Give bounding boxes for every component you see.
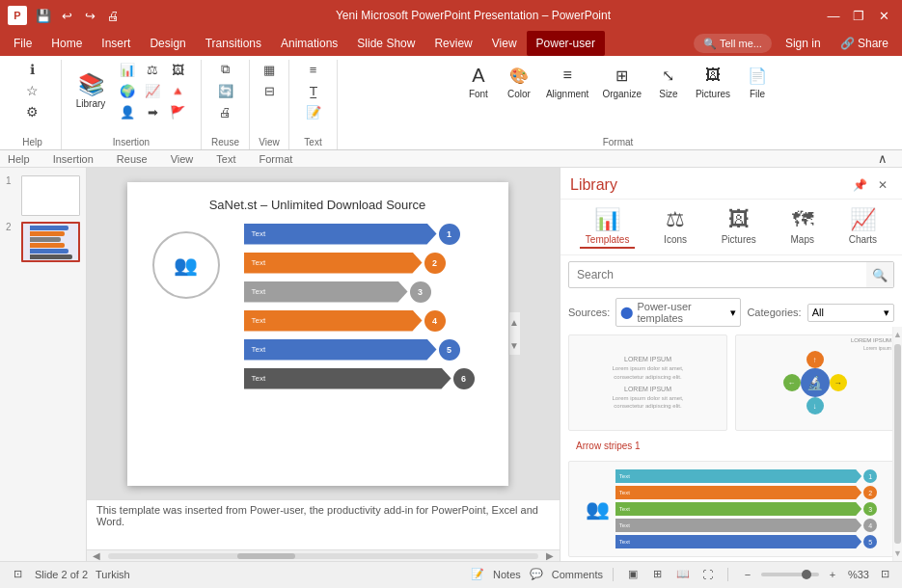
fit-slide-btn[interactable]: ⊡ xyxy=(875,565,894,584)
tab-pictures[interactable]: 🖼 Pictures xyxy=(716,205,762,249)
library-panel: Library 📌 ✕ 📊 Templates ⚖ Icons 🖼 Pictur… xyxy=(560,168,902,561)
help-item-text[interactable]: Text xyxy=(216,153,235,165)
view-btn2[interactable]: ⊟ xyxy=(258,81,281,100)
globe-btn[interactable]: 🌍 xyxy=(116,81,139,100)
menu-view[interactable]: View xyxy=(482,31,527,56)
menu-design[interactable]: Design xyxy=(140,31,195,56)
view-grid-btn[interactable]: ⊞ xyxy=(648,565,668,584)
slide-thumb-1[interactable]: 1 xyxy=(6,175,80,216)
help-item-reuse[interactable]: Reuse xyxy=(117,153,148,165)
lib-scroll-down[interactable]: ▼ xyxy=(893,546,902,561)
horizontal-scrollbar[interactable]: ◀ ▶ xyxy=(87,549,560,561)
zoom-slider[interactable] xyxy=(761,573,819,576)
slide-canvas[interactable]: SaNet.st – Unlimited Download Source 👥 T… xyxy=(127,182,508,486)
scale-btn[interactable]: ⚖ xyxy=(141,60,164,79)
scroll-right-btn[interactable]: ▶ xyxy=(540,550,560,561)
text-btn2[interactable]: T̲ xyxy=(302,81,325,100)
zoom-control[interactable]: − + xyxy=(738,565,842,584)
alignment-button[interactable]: ≡ Alignment xyxy=(542,60,592,102)
view-slideshow-btn[interactable]: ⛶ xyxy=(698,565,718,584)
canvas-scrollbar[interactable]: ▲ ▼ xyxy=(508,312,520,355)
redo-button[interactable]: ↪ xyxy=(79,5,100,26)
zoom-in-btn[interactable]: + xyxy=(823,565,842,584)
help-item-view[interactable]: View xyxy=(171,153,194,165)
lib-card-3[interactable]: 👥 Text 1 Text 2 Text 3 xyxy=(568,461,894,557)
tab-templates[interactable]: 📊 Templates xyxy=(580,205,636,249)
pictures-button[interactable]: 🖼 Pictures xyxy=(692,60,734,102)
tab-icons[interactable]: ⚖ Icons xyxy=(658,205,693,249)
chart-btn[interactable]: 📊 xyxy=(116,60,139,79)
lib-card-1[interactable]: LOREM IPSUM Lorem ipsum dolor sit amet,c… xyxy=(568,334,727,431)
minimize-button[interactable]: — xyxy=(823,5,844,26)
menu-transitions[interactable]: Transitions xyxy=(196,31,271,56)
person-btn[interactable]: 👤 xyxy=(116,102,139,121)
menu-slideshow[interactable]: Slide Show xyxy=(347,31,424,56)
menu-animations[interactable]: Animations xyxy=(271,31,347,56)
undo-button[interactable]: ↩ xyxy=(56,5,77,26)
library-close-btn[interactable]: ✕ xyxy=(873,175,892,195)
arrow-right-btn[interactable]: ➡ xyxy=(141,102,164,121)
reuse-btn3[interactable]: 🖨 xyxy=(214,102,237,121)
tab-maps[interactable]: 🗺 Maps xyxy=(785,205,820,249)
view-normal-btn[interactable]: ▣ xyxy=(623,565,642,584)
view-btn1[interactable]: ▦ xyxy=(258,60,281,79)
library-pin-btn[interactable]: 📌 xyxy=(850,175,869,195)
menu-tellme[interactable]: 🔍 Tell me... xyxy=(694,34,772,53)
library-button[interactable]: 📚 Library xyxy=(69,69,112,112)
text-btn3[interactable]: 📝 xyxy=(302,102,325,121)
save-button[interactable]: 💾 xyxy=(33,5,54,26)
scroll-up-btn[interactable]: ▲ xyxy=(509,312,520,332)
notes-btn[interactable]: 📝 xyxy=(468,565,487,584)
help-settings-btn[interactable]: ⚙ xyxy=(21,102,44,121)
menu-insert[interactable]: Insert xyxy=(92,31,140,56)
bar-btn[interactable]: 📈 xyxy=(141,81,164,100)
zoom-out-btn[interactable]: − xyxy=(738,565,757,584)
help-item-help[interactable]: Help xyxy=(8,153,30,165)
help-item-format[interactable]: Format xyxy=(259,153,292,165)
help-star-btn[interactable]: ☆ xyxy=(21,81,44,100)
scroll-left-btn[interactable]: ◀ xyxy=(87,550,106,561)
categories-select[interactable]: All ▾ xyxy=(807,304,894,322)
slide-info: Slide 2 of 2 xyxy=(35,569,88,580)
customize-button[interactable]: 🖨 xyxy=(102,5,123,26)
menu-review[interactable]: Review xyxy=(424,31,481,56)
slide-image-1[interactable] xyxy=(21,175,80,216)
menu-home[interactable]: Home xyxy=(41,31,92,56)
search-button[interactable]: 🔍 xyxy=(866,262,893,287)
slide-thumb-2[interactable]: 2 xyxy=(6,222,80,262)
help-info-btn[interactable]: ℹ xyxy=(21,60,44,79)
comments-btn[interactable]: 💬 xyxy=(527,565,546,584)
menu-signin[interactable]: Sign in xyxy=(776,31,831,56)
tab-charts[interactable]: 📈 Charts xyxy=(843,205,883,249)
library-search-bar[interactable]: 🔍 xyxy=(568,261,894,288)
size-button[interactable]: ⤡ Size xyxy=(651,60,686,102)
reuse-btn1[interactable]: ⧉ xyxy=(214,60,237,79)
triangle-btn[interactable]: 🔺 xyxy=(166,81,189,100)
color-button[interactable]: 🎨 Color xyxy=(502,60,536,102)
slide-image-2[interactable] xyxy=(21,222,80,262)
comments-label[interactable]: Comments xyxy=(552,569,603,580)
view-reading-btn[interactable]: 📖 xyxy=(673,565,693,584)
lib-card-2[interactable]: 🔬 ↑ ↓ ← → LOREM IPSUM Lorem ipsum xyxy=(735,334,894,431)
flag-btn[interactable]: 🚩 xyxy=(166,102,189,121)
notes-label[interactable]: Notes xyxy=(493,569,521,580)
arrow-bar-4: Text xyxy=(244,310,423,332)
image-btn[interactable]: 🖼 xyxy=(166,60,189,79)
scroll-down-btn[interactable]: ▼ xyxy=(509,335,520,355)
menu-poweruser[interactable]: Power-user xyxy=(527,31,605,56)
text-btn1[interactable]: ≡ xyxy=(302,60,325,79)
font-button[interactable]: A Font xyxy=(461,60,496,102)
search-input[interactable] xyxy=(569,264,866,285)
restore-button[interactable]: ❐ xyxy=(848,5,869,26)
menu-share[interactable]: 🔗 Share xyxy=(831,31,898,56)
sources-select[interactable]: ⬤ Power-user templates ▾ xyxy=(615,298,741,327)
library-scrollbar[interactable]: ▲ ▼ xyxy=(892,327,902,561)
file-button[interactable]: 📄 File xyxy=(740,60,775,102)
organize-button[interactable]: ⊞ Organize xyxy=(598,60,645,102)
menu-file[interactable]: File xyxy=(4,31,41,56)
help-item-insertion[interactable]: Insertion xyxy=(53,153,94,165)
ribbon-collapse-btn[interactable]: ∧ xyxy=(871,149,894,169)
lib-scroll-up[interactable]: ▲ xyxy=(893,327,902,342)
close-button[interactable]: ✕ xyxy=(873,5,894,26)
reuse-btn2[interactable]: 🔄 xyxy=(214,81,237,100)
